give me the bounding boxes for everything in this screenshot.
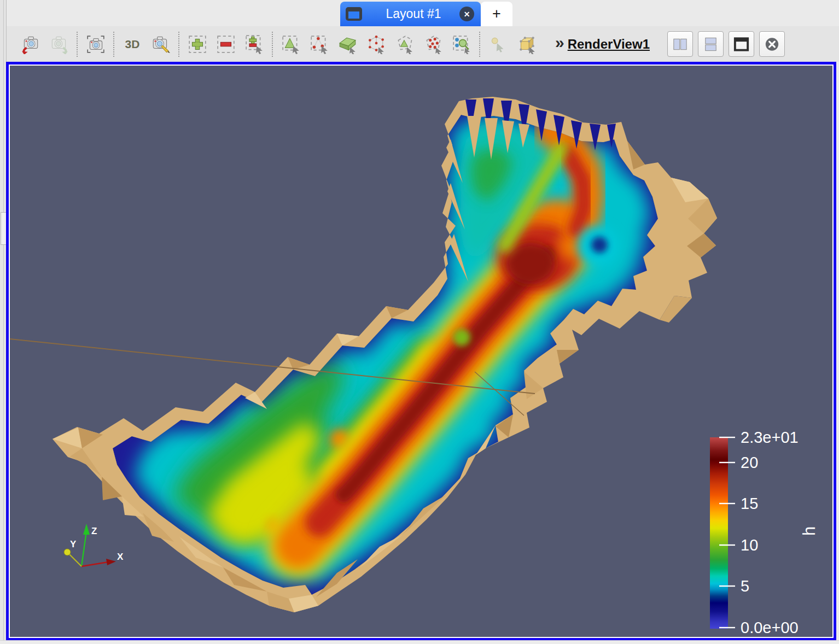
terrain-river-scene: 2.3e+01 20 15 10 5 0.0e+00 h Z X Y: [10, 66, 832, 637]
plus-icon: +: [492, 5, 501, 22]
toolbar-separator: [272, 32, 273, 57]
zoom-to-box-icon: [244, 34, 264, 54]
maximize-icon: [732, 35, 750, 54]
select-cells-on-button[interactable]: [277, 29, 305, 60]
camera-redo-button[interactable]: [45, 29, 73, 60]
select-points-through-button[interactable]: [362, 29, 391, 60]
close-view-button[interactable]: [759, 31, 785, 57]
color-legend-bar[interactable]: [710, 437, 728, 629]
toolbar-overflow-chevron[interactable]: »: [555, 33, 562, 52]
zoom-in-box-button[interactable]: [183, 29, 212, 60]
split-horizontal-icon: [671, 35, 689, 54]
panel-divider: [3, 0, 4, 644]
camera-zoom-edit-icon: [151, 34, 171, 54]
legend-tick-15: 15: [741, 495, 758, 512]
camera-toolbar: 3D: [7, 26, 839, 62]
split-vertical-button[interactable]: [698, 31, 724, 57]
tab-layout-1[interactable]: Layout #1 ✕: [340, 2, 481, 26]
y-axis-arrow: [64, 549, 71, 555]
zoom-out-box-button[interactable]: [212, 29, 240, 60]
hover-cells-icon: [517, 34, 537, 54]
interactive-select-cells-icon: [452, 34, 471, 54]
tab-label: Layout #1: [368, 7, 459, 21]
select-cells-through-button[interactable]: [334, 29, 362, 60]
layout-window-icon: [346, 7, 362, 21]
toggle-3d-button[interactable]: 3D: [118, 29, 147, 60]
camera-redo-icon: [49, 34, 69, 54]
camera-undo-icon: [21, 34, 40, 54]
legend-tick-5: 5: [741, 577, 749, 595]
select-cells-through-icon: [338, 34, 358, 54]
legend-tick-max: 2.3e+01: [741, 429, 799, 446]
toolbar-separator: [479, 32, 481, 57]
select-points-on-icon: [310, 34, 329, 54]
tab-close-icon[interactable]: ✕: [459, 7, 474, 21]
zoom-in-box-icon: [188, 34, 207, 54]
select-points-polygon-icon: [423, 34, 443, 54]
select-cells-polygon-button[interactable]: [391, 29, 419, 60]
legend-tick-min: 0.0e+00: [741, 619, 799, 636]
camera-undo-button[interactable]: [16, 29, 45, 60]
render-view-frame: 2.3e+01 20 15 10 5 0.0e+00 h Z X Y: [6, 62, 836, 641]
split-horizontal-button[interactable]: [667, 31, 693, 57]
select-points-on-button[interactable]: [305, 29, 334, 60]
render-view-title[interactable]: RenderView1: [568, 37, 650, 52]
capture-screenshot-button[interactable]: [81, 29, 110, 60]
toggle-3d-label: 3D: [125, 38, 140, 51]
x-axis-label: X: [117, 552, 124, 562]
toolbar-separator: [178, 32, 180, 57]
legend-tick-10: 10: [741, 536, 758, 554]
toolbar-separator: [113, 32, 115, 57]
layout-tab-bar: Layout #1 ✕ +: [7, 0, 839, 26]
legend-tick-20: 20: [741, 454, 758, 471]
y-axis-label: Y: [70, 539, 77, 549]
select-cells-polygon-icon: [395, 34, 415, 54]
select-points-through-icon: [366, 34, 386, 54]
status-strip: [0, 640, 839, 644]
render-viewport[interactable]: 2.3e+01 20 15 10 5 0.0e+00 h Z X Y: [10, 66, 832, 637]
maximize-view-button[interactable]: [729, 31, 754, 57]
split-vertical-icon: [702, 35, 720, 54]
select-cells-on-icon: [281, 34, 301, 54]
legend-title: h: [800, 526, 819, 536]
zoom-out-box-icon: [216, 34, 236, 54]
hover-points-icon: [488, 34, 508, 54]
capture-screenshot-icon: [86, 34, 106, 54]
hover-cells-button[interactable]: [512, 29, 541, 60]
select-points-polygon-button[interactable]: [419, 29, 447, 60]
new-layout-tab-button[interactable]: +: [481, 2, 512, 26]
hover-points-button[interactable]: [484, 29, 512, 60]
interactive-select-cells-button[interactable]: [447, 29, 476, 60]
z-axis-label: Z: [91, 526, 97, 536]
toolbar-separator: [77, 32, 78, 57]
camera-zoom-edit-button[interactable]: [147, 29, 175, 60]
zoom-to-box-button[interactable]: [240, 29, 269, 60]
close-view-icon: [763, 35, 781, 54]
